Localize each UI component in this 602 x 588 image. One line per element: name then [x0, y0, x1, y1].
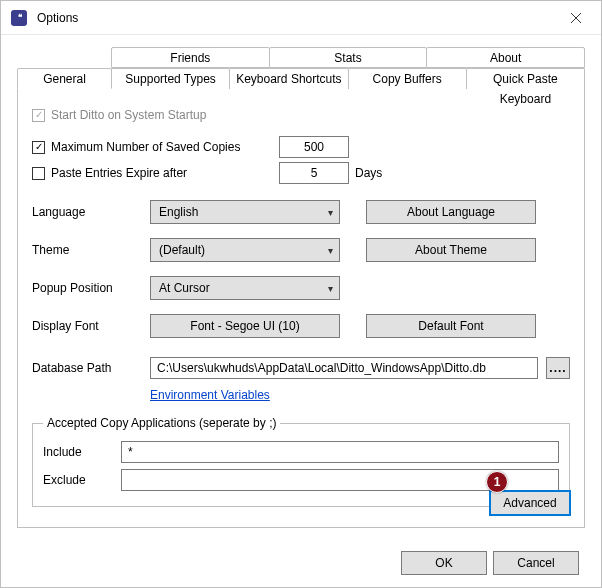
callout-badge-1: 1 [486, 471, 508, 493]
label-max-copies: Maximum Number of Saved Copies [51, 140, 273, 154]
label-database-path: Database Path [32, 361, 142, 375]
chevron-down-icon: ▾ [328, 207, 333, 218]
tab-row-secondary: Friends Stats About [17, 47, 585, 68]
row-theme: Theme (Default) ▾ About Theme [32, 234, 570, 266]
tab-stats[interactable]: Stats [269, 47, 428, 68]
app-icon: ❝ [11, 10, 27, 26]
chevron-down-icon: ▾ [328, 245, 333, 256]
row-start-on-startup: ✓ Start Ditto on System Startup [32, 102, 570, 128]
label-days: Days [355, 166, 382, 180]
about-theme-button[interactable]: About Theme [366, 238, 536, 262]
tab-quick-paste-keyboard[interactable]: Quick Paste Keyboard [466, 68, 585, 89]
input-database-path[interactable] [150, 357, 538, 379]
row-language: Language English ▾ About Language [32, 196, 570, 228]
label-start-on-startup: Start Ditto on System Startup [51, 108, 206, 122]
checkbox-expire[interactable] [32, 167, 45, 180]
dialog-footer: OK Cancel [401, 551, 579, 575]
tab-supported-types[interactable]: Supported Types [111, 68, 230, 89]
checkbox-max-copies[interactable]: ✓ [32, 141, 45, 154]
label-expire: Paste Entries Expire after [51, 166, 273, 180]
advanced-button[interactable]: Advanced [490, 491, 570, 515]
tab-copy-buffers[interactable]: Copy Buffers [348, 68, 467, 89]
tab-keyboard-shortcuts[interactable]: Keyboard Shortcuts [229, 68, 348, 89]
accepted-apps-legend: Accepted Copy Applications (seperate by … [43, 416, 280, 430]
row-env-vars: Environment Variables [32, 384, 570, 406]
label-display-font: Display Font [32, 319, 142, 333]
environment-variables-link[interactable]: Environment Variables [150, 388, 270, 402]
about-language-button[interactable]: About Language [366, 200, 536, 224]
label-popup-position: Popup Position [32, 281, 142, 295]
tab-row-primary: General Supported Types Keyboard Shortcu… [17, 68, 585, 89]
row-include: Include [43, 438, 559, 466]
select-popup-position[interactable]: At Cursor ▾ [150, 276, 340, 300]
window-title: Options [37, 11, 561, 25]
input-include[interactable] [121, 441, 559, 463]
select-theme[interactable]: (Default) ▾ [150, 238, 340, 262]
tab-friends[interactable]: Friends [111, 47, 270, 68]
titlebar: ❝ Options [1, 1, 601, 35]
close-icon [570, 12, 582, 24]
label-include: Include [43, 445, 113, 459]
close-button[interactable] [561, 6, 591, 30]
row-max-copies: ✓ Maximum Number of Saved Copies [32, 134, 570, 160]
label-language: Language [32, 205, 142, 219]
tab-control: Friends Stats About General Supported Ty… [17, 47, 585, 528]
row-expire: Paste Entries Expire after Days [32, 160, 570, 186]
label-theme: Theme [32, 243, 142, 257]
default-font-button[interactable]: Default Font [366, 314, 536, 338]
advanced-wrap: 1 Advanced [490, 491, 570, 515]
cancel-button[interactable]: Cancel [493, 551, 579, 575]
label-exclude: Exclude [43, 473, 113, 487]
browse-db-button[interactable]: .... [546, 357, 570, 379]
ok-button[interactable]: OK [401, 551, 487, 575]
chevron-down-icon: ▾ [328, 283, 333, 294]
input-max-copies[interactable] [279, 136, 349, 158]
options-dialog: ❝ Options Friends Stats About General Su… [0, 0, 602, 588]
tab-general[interactable]: General [17, 68, 112, 89]
select-language[interactable]: English ▾ [150, 200, 340, 224]
checkbox-start-on-startup[interactable]: ✓ [32, 109, 45, 122]
row-exclude: Exclude [43, 466, 559, 494]
row-display-font: Display Font Font - Segoe UI (10) Defaul… [32, 310, 570, 342]
input-expire-days[interactable] [279, 162, 349, 184]
tab-about[interactable]: About [426, 47, 585, 68]
tab-panel-general: ✓ Start Ditto on System Startup ✓ Maximu… [17, 88, 585, 528]
row-database-path: Database Path .... [32, 352, 570, 384]
row-popup-position: Popup Position At Cursor ▾ [32, 272, 570, 304]
font-picker-button[interactable]: Font - Segoe UI (10) [150, 314, 340, 338]
